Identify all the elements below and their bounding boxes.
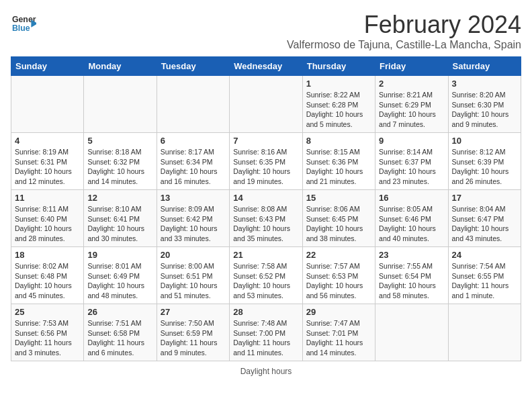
day-cell: 11Sunrise: 8:11 AM Sunset: 6:40 PM Dayli… <box>11 190 84 247</box>
day-number: 21 <box>233 250 298 260</box>
day-info: Sunrise: 8:00 AM Sunset: 6:51 PM Dayligh… <box>161 261 226 301</box>
col-header-thursday: Thursday <box>302 57 375 76</box>
day-cell <box>157 76 229 133</box>
day-info: Sunrise: 8:02 AM Sunset: 6:48 PM Dayligh… <box>15 261 80 301</box>
day-info: Sunrise: 8:18 AM Sunset: 6:32 PM Dayligh… <box>87 147 152 187</box>
day-cell: 7Sunrise: 8:16 AM Sunset: 6:35 PM Daylig… <box>230 133 302 190</box>
col-header-tuesday: Tuesday <box>157 57 229 76</box>
day-info: Sunrise: 8:22 AM Sunset: 6:28 PM Dayligh… <box>306 90 371 130</box>
day-cell: 1Sunrise: 8:22 AM Sunset: 6:28 PM Daylig… <box>302 76 375 133</box>
day-cell: 26Sunrise: 7:51 AM Sunset: 6:58 PM Dayli… <box>84 304 157 361</box>
day-cell <box>84 76 157 133</box>
day-cell: 19Sunrise: 8:01 AM Sunset: 6:49 PM Dayli… <box>84 247 157 304</box>
day-number: 16 <box>379 193 444 203</box>
col-header-wednesday: Wednesday <box>230 57 302 76</box>
day-cell: 9Sunrise: 8:14 AM Sunset: 6:37 PM Daylig… <box>375 133 448 190</box>
day-cell: 17Sunrise: 8:04 AM Sunset: 6:47 PM Dayli… <box>448 190 521 247</box>
day-cell: 25Sunrise: 7:53 AM Sunset: 6:56 PM Dayli… <box>11 304 84 361</box>
day-cell <box>11 76 84 133</box>
day-info: Sunrise: 7:57 AM Sunset: 6:53 PM Dayligh… <box>306 261 371 301</box>
day-cell: 16Sunrise: 8:05 AM Sunset: 6:46 PM Dayli… <box>375 190 448 247</box>
day-number: 28 <box>233 307 298 317</box>
logo-icon: General Blue <box>11 11 36 36</box>
col-header-friday: Friday <box>375 57 448 76</box>
day-number: 13 <box>161 193 226 203</box>
day-info: Sunrise: 7:51 AM Sunset: 6:58 PM Dayligh… <box>87 318 152 358</box>
day-cell: 28Sunrise: 7:48 AM Sunset: 7:00 PM Dayli… <box>230 304 302 361</box>
day-info: Sunrise: 8:10 AM Sunset: 6:41 PM Dayligh… <box>87 204 152 244</box>
day-info: Sunrise: 7:48 AM Sunset: 7:00 PM Dayligh… <box>233 318 298 358</box>
day-cell <box>375 304 448 361</box>
day-cell: 13Sunrise: 8:09 AM Sunset: 6:42 PM Dayli… <box>157 190 229 247</box>
day-info: Sunrise: 7:50 AM Sunset: 6:59 PM Dayligh… <box>161 318 226 358</box>
day-cell <box>448 304 521 361</box>
day-info: Sunrise: 7:54 AM Sunset: 6:55 PM Dayligh… <box>452 261 517 301</box>
day-cell: 23Sunrise: 7:55 AM Sunset: 6:54 PM Dayli… <box>375 247 448 304</box>
day-info: Sunrise: 8:05 AM Sunset: 6:46 PM Dayligh… <box>379 204 444 244</box>
day-cell: 22Sunrise: 7:57 AM Sunset: 6:53 PM Dayli… <box>302 247 375 304</box>
day-number: 29 <box>306 307 371 317</box>
day-number: 10 <box>452 136 517 146</box>
main-title: February 2024 <box>287 11 521 39</box>
day-number: 3 <box>452 79 517 89</box>
day-number: 17 <box>452 193 517 203</box>
day-info: Sunrise: 8:21 AM Sunset: 6:29 PM Dayligh… <box>379 90 444 130</box>
day-number: 8 <box>306 136 371 146</box>
day-number: 23 <box>379 250 444 260</box>
week-row-4: 18Sunrise: 8:02 AM Sunset: 6:48 PM Dayli… <box>11 247 521 304</box>
day-info: Sunrise: 7:47 AM Sunset: 7:01 PM Dayligh… <box>306 318 371 358</box>
day-cell: 18Sunrise: 8:02 AM Sunset: 6:48 PM Dayli… <box>11 247 84 304</box>
title-area: February 2024 Valfermoso de Tajuna, Cast… <box>287 11 521 51</box>
day-number: 15 <box>306 193 371 203</box>
day-cell: 5Sunrise: 8:18 AM Sunset: 6:32 PM Daylig… <box>84 133 157 190</box>
day-number: 5 <box>87 136 152 146</box>
day-cell: 2Sunrise: 8:21 AM Sunset: 6:29 PM Daylig… <box>375 76 448 133</box>
col-header-saturday: Saturday <box>448 57 521 76</box>
day-number: 9 <box>379 136 444 146</box>
day-cell: 3Sunrise: 8:20 AM Sunset: 6:30 PM Daylig… <box>448 76 521 133</box>
day-info: Sunrise: 8:01 AM Sunset: 6:49 PM Dayligh… <box>87 261 152 301</box>
week-row-1: 1Sunrise: 8:22 AM Sunset: 6:28 PM Daylig… <box>11 76 521 133</box>
week-row-5: 25Sunrise: 7:53 AM Sunset: 6:56 PM Dayli… <box>11 304 521 361</box>
day-info: Sunrise: 7:53 AM Sunset: 6:56 PM Dayligh… <box>15 318 80 358</box>
day-info: Sunrise: 8:12 AM Sunset: 6:39 PM Dayligh… <box>452 147 517 187</box>
logo: General Blue <box>11 11 36 36</box>
day-info: Sunrise: 8:09 AM Sunset: 6:42 PM Dayligh… <box>161 204 226 244</box>
day-number: 22 <box>306 250 371 260</box>
day-number: 11 <box>15 193 80 203</box>
col-header-monday: Monday <box>84 57 157 76</box>
day-number: 26 <box>87 307 152 317</box>
day-info: Sunrise: 8:08 AM Sunset: 6:43 PM Dayligh… <box>233 204 298 244</box>
day-info: Sunrise: 8:06 AM Sunset: 6:45 PM Dayligh… <box>306 204 371 244</box>
day-info: Sunrise: 8:20 AM Sunset: 6:30 PM Dayligh… <box>452 90 517 130</box>
day-number: 12 <box>87 193 152 203</box>
day-cell: 10Sunrise: 8:12 AM Sunset: 6:39 PM Dayli… <box>448 133 521 190</box>
day-info: Sunrise: 8:15 AM Sunset: 6:36 PM Dayligh… <box>306 147 371 187</box>
day-cell: 6Sunrise: 8:17 AM Sunset: 6:34 PM Daylig… <box>157 133 229 190</box>
day-cell: 4Sunrise: 8:19 AM Sunset: 6:31 PM Daylig… <box>11 133 84 190</box>
day-number: 25 <box>15 307 80 317</box>
day-info: Sunrise: 8:11 AM Sunset: 6:40 PM Dayligh… <box>15 204 80 244</box>
day-number: 7 <box>233 136 298 146</box>
day-number: 27 <box>161 307 226 317</box>
day-cell: 14Sunrise: 8:08 AM Sunset: 6:43 PM Dayli… <box>230 190 302 247</box>
day-number: 14 <box>233 193 298 203</box>
day-number: 6 <box>161 136 226 146</box>
day-cell: 27Sunrise: 7:50 AM Sunset: 6:59 PM Dayli… <box>157 304 229 361</box>
day-number: 1 <box>306 79 371 89</box>
day-cell: 12Sunrise: 8:10 AM Sunset: 6:41 PM Dayli… <box>84 190 157 247</box>
day-cell: 29Sunrise: 7:47 AM Sunset: 7:01 PM Dayli… <box>302 304 375 361</box>
day-info: Sunrise: 8:17 AM Sunset: 6:34 PM Dayligh… <box>161 147 226 187</box>
day-number: 19 <box>87 250 152 260</box>
day-info: Sunrise: 8:16 AM Sunset: 6:35 PM Dayligh… <box>233 147 298 187</box>
day-info: Sunrise: 7:58 AM Sunset: 6:52 PM Dayligh… <box>233 261 298 301</box>
day-info: Sunrise: 8:14 AM Sunset: 6:37 PM Dayligh… <box>379 147 444 187</box>
day-cell: 20Sunrise: 8:00 AM Sunset: 6:51 PM Dayli… <box>157 247 229 304</box>
col-header-sunday: Sunday <box>11 57 84 76</box>
calendar-table: SundayMondayTuesdayWednesdayThursdayFrid… <box>11 56 521 361</box>
day-info: Sunrise: 8:19 AM Sunset: 6:31 PM Dayligh… <box>15 147 80 187</box>
day-info: Sunrise: 7:55 AM Sunset: 6:54 PM Dayligh… <box>379 261 444 301</box>
day-number: 24 <box>452 250 517 260</box>
week-row-2: 4Sunrise: 8:19 AM Sunset: 6:31 PM Daylig… <box>11 133 521 190</box>
day-info: Sunrise: 8:04 AM Sunset: 6:47 PM Dayligh… <box>452 204 517 244</box>
